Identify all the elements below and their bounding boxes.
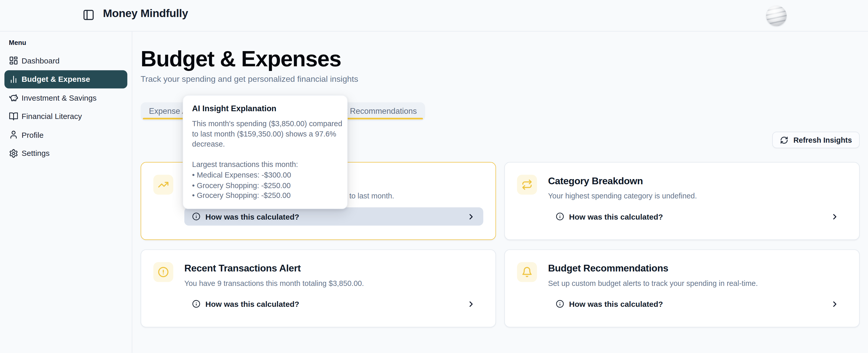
layout-dashboard-icon [9,56,18,65]
how-was-this-calculated-row[interactable]: How was this calculated? [548,295,847,313]
chevron-right-icon [830,299,839,308]
card-body: Recent Transactions Alert You have 9 tra… [184,262,483,315]
card-title: Recent Transactions Alert [184,263,483,274]
panel-left-icon [83,9,95,21]
refresh-icon [780,136,788,144]
card-budget-recommendations: Budget Recommendations Set up custom bud… [504,249,860,327]
sidebar: Menu Dashboard Budget & Expense Investme… [0,32,132,353]
tooltip-line: This month's spending ($3,850.00) compar… [192,119,338,129]
sidebar-item-label: Financial Literacy [22,112,82,120]
bar-chart-icon [9,75,18,84]
book-open-icon [9,111,18,121]
sidebar-item-dashboard[interactable]: Dashboard [4,51,127,70]
bell-icon [517,262,537,282]
sidebar-toggle-button[interactable] [83,9,95,21]
page-title: Budget & Expenses [141,46,341,71]
card-text: Set up custom budget alerts to track you… [548,279,847,287]
tooltip-line [192,150,338,160]
refresh-insights-label: Refresh Insights [793,136,852,144]
sidebar-item-label: Profile [22,130,44,139]
tooltip-title: AI Insight Explanation [192,104,338,113]
repeat-icon [517,175,537,195]
card-title: Budget Recommendations [548,263,847,274]
how-was-this-calculated-row[interactable]: How was this calculated? [184,295,483,313]
sidebar-item-budget-expense[interactable]: Budget & Expense [4,70,127,89]
chevron-right-icon [467,299,475,308]
user-icon [9,130,18,139]
tooltip-line: decrease. [192,139,338,150]
refresh-insights-button[interactable]: Refresh Insights [772,132,860,148]
tooltip-line: • Grocery Shopping: -$250.00 [192,181,338,191]
card-category-breakdown: Category Breakdown Your highest spending… [504,162,860,240]
sidebar-item-label: Budget & Expense [22,75,90,83]
card-recent-transactions-alert: Recent Transactions Alert You have 9 tra… [141,249,496,327]
info-icon [556,299,564,308]
sidebar-item-settings[interactable]: Settings [4,144,127,163]
chevron-right-icon [467,212,475,221]
tooltip-line: Largest transactions this month: [192,160,338,170]
card-text: You have 9 transactions this month total… [184,279,483,287]
sidebar-item-label: Settings [22,149,50,158]
sidebar-item-label: Dashboard [22,56,60,65]
card-title: Category Breakdown [548,175,847,187]
sidebar-item-label: Investment & Savings [22,94,97,102]
sidebar-item-profile[interactable]: Profile [4,126,127,144]
trending-up-icon [153,175,173,195]
alert-circle-icon [153,262,173,282]
tooltip-line: • Grocery Shopping: -$250.00 [192,191,338,201]
card-text: Your highest spending category is undefi… [548,192,847,200]
page-subtitle: Track your spending and get personalized… [141,74,358,83]
sidebar-menu-label: Menu [9,39,131,46]
ai-insight-tooltip: AI Insight Explanation This month's spen… [183,95,348,209]
info-icon [192,212,200,221]
info-icon [556,212,564,221]
tooltip-line: • Medical Expenses: -$300.00 [192,170,338,181]
sidebar-item-investment-savings[interactable]: Investment & Savings [4,89,127,107]
user-avatar[interactable] [766,5,786,26]
how-was-this-calculated-row[interactable]: How was this calculated? [184,208,483,226]
info-icon [192,299,200,308]
card-body: Category Breakdown Your highest spending… [548,175,847,227]
top-header: Money Mindfully [0,0,868,32]
app-window: Money Mindfully Menu Dashboard Budget & … [0,0,868,353]
how-label: How was this calculated? [206,212,299,221]
tooltip-line: to last month ($159,350.00) shows a 97.6… [192,129,338,140]
gear-icon [9,149,18,158]
how-label: How was this calculated? [206,299,299,308]
sidebar-item-financial-literacy[interactable]: Financial Literacy [4,107,127,126]
app-title: Money Mindfully [103,7,188,20]
how-label: How was this calculated? [569,299,663,308]
how-was-this-calculated-row[interactable]: How was this calculated? [548,208,847,226]
card-body: Budget Recommendations Set up custom bud… [548,262,847,315]
piggy-bank-icon [9,93,18,102]
how-label: How was this calculated? [569,212,663,221]
chevron-right-icon [830,212,839,221]
